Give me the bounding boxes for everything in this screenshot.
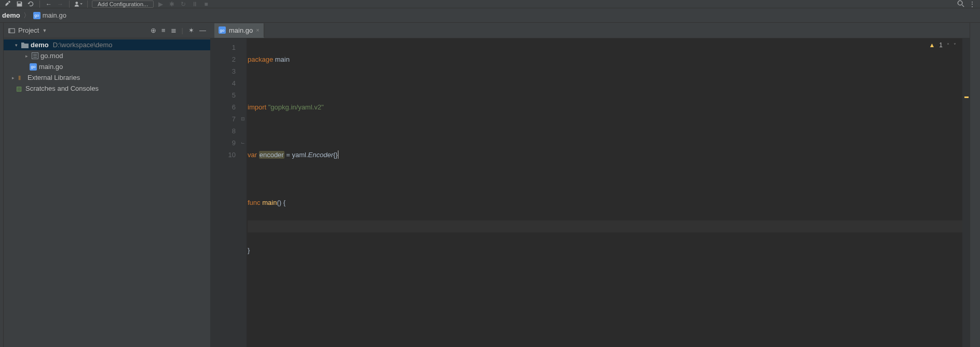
- scroll-from-source-icon[interactable]: ⊕: [151, 26, 156, 34]
- expand-all-icon[interactable]: ≡: [161, 26, 166, 34]
- code-editor[interactable]: package main import "gopkg.in/yaml.v2" v…: [247, 38, 962, 347]
- separator: [87, 1, 88, 8]
- run-icon[interactable]: ▶: [156, 1, 165, 8]
- tree-item-label: Scratches and Consoles: [25, 85, 99, 92]
- tree-item-label: main.go: [39, 63, 63, 71]
- main-layout: Project ▼ ⊕ ≡ ≣ | ✶ — ▾ demo D:\workspac…: [0, 23, 980, 347]
- editor-area: go main.go × 1 2 3 4 5 6 7 8 9 10 ⊟: [210, 23, 970, 347]
- library-icon: ⫴: [18, 74, 25, 81]
- tree-file-row[interactable]: ▸ go.mod: [4, 50, 210, 61]
- svg-rect-0: [8, 1, 10, 3]
- error-stripe[interactable]: [962, 38, 970, 347]
- tree-root-path: D:\workspace\demo: [53, 41, 113, 49]
- nav-forward-icon[interactable]: →: [56, 1, 65, 8]
- panel-title[interactable]: Project: [18, 26, 39, 34]
- chevron-right-icon: 〉: [23, 11, 30, 20]
- svg-point-1: [75, 2, 78, 4]
- module-file-icon: [32, 52, 38, 59]
- svg-rect-5: [8, 29, 10, 33]
- breadcrumb-bar: demo 〉 go main.go: [0, 8, 980, 23]
- go-file-icon: go: [33, 12, 40, 19]
- panel-tools: ⊕ ≡ ≣ | ✶ —: [151, 26, 206, 34]
- folder-icon: [21, 41, 29, 48]
- reload-icon[interactable]: [26, 1, 35, 8]
- breadcrumb-file[interactable]: go main.go: [33, 11, 66, 19]
- stop-icon[interactable]: ■: [201, 1, 211, 8]
- project-panel-header: Project ▼ ⊕ ≡ ≣ | ✶ —: [4, 23, 210, 38]
- tree-item-label: go.mod: [40, 52, 63, 60]
- unused-variable-highlight: encoder: [259, 151, 284, 159]
- fold-strip[interactable]: ⊟ ⌙: [239, 38, 247, 347]
- tree-file-row[interactable]: go main.go: [4, 61, 210, 72]
- inspection-widget[interactable]: ▲ 1 ˄ ˅: [929, 41, 956, 49]
- project-tree[interactable]: ▾ demo D:\workspace\demo ▸ go.mod go mai…: [4, 38, 210, 347]
- editor-tabs: go main.go ×: [210, 23, 970, 38]
- hammer-build-icon[interactable]: [3, 1, 12, 8]
- editor-body[interactable]: 1 2 3 4 5 6 7 8 9 10 ⊟ ⌙ package main im…: [210, 38, 970, 347]
- tree-scratches[interactable]: ▨ Scratches and Consoles: [4, 83, 210, 94]
- chevron-down-icon[interactable]: ▼: [42, 28, 47, 33]
- left-tool-rail[interactable]: [0, 23, 4, 347]
- separator: [39, 1, 40, 8]
- search-icon[interactable]: [956, 1, 965, 8]
- coverage-icon[interactable]: ↻: [179, 1, 188, 8]
- tree-root[interactable]: ▾ demo D:\workspace\demo: [4, 39, 210, 50]
- breadcrumb-project[interactable]: demo: [2, 11, 20, 19]
- svg-point-2: [958, 1, 962, 5]
- line-gutter[interactable]: 1 2 3 4 5 6 7 8 9 10: [210, 38, 239, 347]
- scratch-icon: ▨: [16, 85, 23, 92]
- separator: [69, 1, 70, 8]
- fold-open-icon[interactable]: ⊟: [239, 113, 247, 125]
- warning-triangle-icon: ▲: [929, 41, 935, 49]
- project-tool-icon: [8, 27, 15, 34]
- tree-root-name: demo: [31, 41, 49, 49]
- expand-arrow-right-icon[interactable]: ▸: [10, 75, 16, 80]
- toolbar-more-icon[interactable]: ⋮: [968, 1, 977, 8]
- warning-count: 1: [939, 41, 943, 49]
- go-file-icon: go: [30, 63, 37, 71]
- expand-arrow-right-icon[interactable]: ▸: [23, 53, 30, 59]
- close-tab-icon[interactable]: ×: [256, 27, 259, 33]
- tree-external-libs[interactable]: ▸ ⫴ External Libraries: [4, 72, 210, 83]
- hide-panel-icon[interactable]: —: [199, 26, 206, 34]
- right-tool-rail[interactable]: [970, 23, 980, 347]
- expand-arrow-down-icon[interactable]: ▾: [13, 43, 19, 48]
- nav-back-icon[interactable]: ←: [44, 1, 53, 8]
- prev-highlight-icon[interactable]: ˄: [947, 43, 949, 48]
- profiler-icon[interactable]: ⏸: [190, 1, 199, 8]
- save-icon[interactable]: [15, 1, 24, 8]
- settings-gear-icon[interactable]: ✶: [188, 26, 194, 34]
- fold-end-icon[interactable]: ⌙: [239, 137, 247, 149]
- next-highlight-icon[interactable]: ˅: [954, 43, 956, 48]
- editor-tab-main[interactable]: go main.go ×: [214, 23, 264, 38]
- svg-line-3: [962, 5, 964, 7]
- config-label: Add Configuration...: [98, 1, 148, 7]
- project-panel: Project ▼ ⊕ ≡ ≣ | ✶ — ▾ demo D:\workspac…: [4, 23, 210, 347]
- collapse-all-icon[interactable]: ≣: [171, 26, 176, 34]
- user-dropdown-icon[interactable]: [74, 1, 83, 8]
- tab-label: main.go: [229, 26, 253, 34]
- main-toolbar: ← → Add Configuration... ▶ ✱ ↻ ⏸ ■ ⋮: [0, 0, 980, 8]
- tree-item-label: External Libraries: [28, 74, 80, 81]
- warning-mark[interactable]: [964, 96, 969, 98]
- text-caret: [338, 150, 338, 159]
- go-file-icon: go: [219, 26, 226, 34]
- divider: |: [182, 26, 183, 34]
- debug-icon[interactable]: ✱: [167, 1, 176, 8]
- run-config-selector[interactable]: Add Configuration...: [92, 1, 154, 8]
